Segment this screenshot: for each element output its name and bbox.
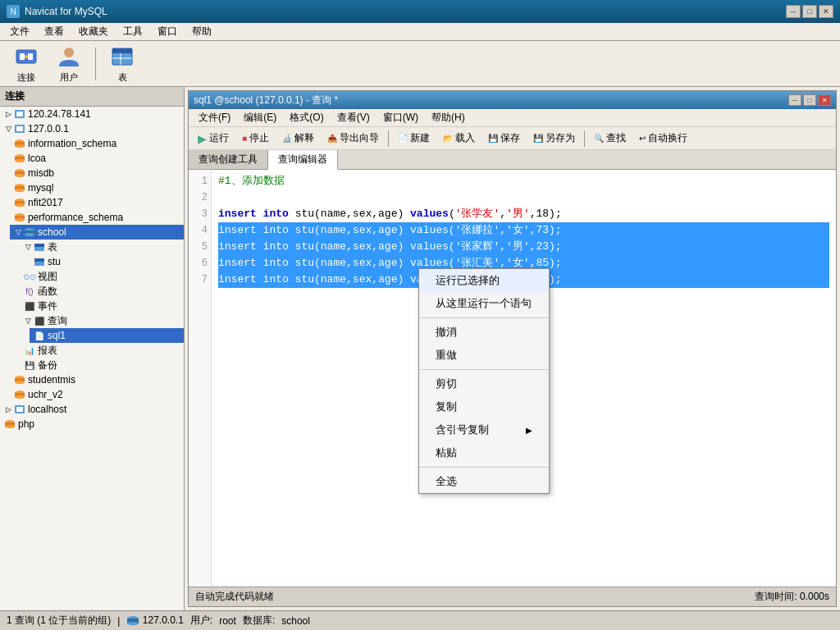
- ctx-run-selected[interactable]: 运行已选择的: [419, 269, 549, 292]
- sidebar-item-mysql[interactable]: mysql: [10, 180, 184, 195]
- sidebar-label: information_schema: [28, 138, 116, 149]
- sidebar-item-views[interactable]: ⊙⊙ 视图: [20, 269, 184, 284]
- sql-close-button[interactable]: ✕: [818, 94, 831, 106]
- ctx-run-statement[interactable]: 从这里运行一个语句: [419, 292, 549, 315]
- sidebar-item-120[interactable]: ▷ 120.24.78.141: [0, 107, 184, 121]
- code-line-1: #1、添加数据: [218, 173, 829, 189]
- menu-view[interactable]: 查看: [38, 23, 71, 40]
- sidebar-item-uchr[interactable]: uchr_v2: [10, 387, 184, 402]
- export-button[interactable]: 📤 导出向导: [322, 130, 385, 148]
- sidebar-item-functions[interactable]: f() 函数: [20, 284, 184, 299]
- sidebar-item-tables-group[interactable]: ▽ 表: [20, 240, 184, 254]
- svg-point-3: [25, 55, 28, 58]
- sidebar-label: 视图: [38, 270, 57, 284]
- find-button[interactable]: 🔍 查找: [588, 130, 632, 148]
- query-icon: 📄: [33, 329, 46, 342]
- ctx-cut[interactable]: 剪切: [419, 372, 549, 395]
- run-button[interactable]: ▶ 运行: [192, 130, 235, 148]
- ctx-copy[interactable]: 复制: [419, 395, 549, 418]
- sidebar-item-127[interactable]: ▽ 127.0.0.1: [0, 121, 184, 136]
- sql-window-title-bar: sql1 @school (127.0.0.1) - 查询 * ─ □ ✕: [189, 91, 836, 109]
- sql-menu-view[interactable]: 查看(V): [331, 109, 377, 126]
- sidebar-item-misdb[interactable]: misdb: [10, 166, 184, 180]
- ctx-copy-quoted[interactable]: 含引号复制 ▶: [419, 418, 549, 441]
- ctx-sep-3: [419, 467, 549, 468]
- table-button[interactable]: 表: [103, 44, 142, 84]
- sidebar-item-backups[interactable]: 💾 备份: [20, 358, 184, 372]
- svg-point-40: [15, 381, 25, 384]
- sidebar-item-nfit[interactable]: nfit2017: [10, 195, 184, 210]
- sidebar-item-localhost[interactable]: ▷ localhost: [0, 402, 184, 417]
- sidebar-label: performance_schema: [28, 212, 123, 223]
- sidebar-label: 事件: [38, 299, 57, 313]
- report-icon: 📊: [23, 344, 36, 357]
- connect-button[interactable]: 连接: [7, 44, 46, 84]
- explain-button[interactable]: 🔬 解释: [276, 130, 320, 148]
- svg-point-30: [15, 218, 25, 221]
- sidebar-label: 120.24.78.141: [28, 108, 91, 120]
- ctx-sep-1: [419, 317, 549, 318]
- expand-icon: ▽: [3, 122, 13, 135]
- sidebar-item-studentmis[interactable]: studentmis: [10, 372, 184, 387]
- new-icon: 📄: [398, 134, 408, 143]
- sidebar-item-reports[interactable]: 📊 报表: [20, 343, 184, 358]
- ctx-paste[interactable]: 粘贴: [419, 441, 549, 464]
- svg-point-43: [15, 395, 25, 399]
- sql-menu-edit[interactable]: 编辑(E): [237, 109, 283, 126]
- maximize-button[interactable]: □: [802, 5, 817, 18]
- saveas-button[interactable]: 💾 另存为: [527, 130, 581, 148]
- db-icon: [13, 181, 26, 194]
- sidebar-label: stu: [48, 256, 61, 267]
- ctx-sep-2: [419, 369, 549, 370]
- table-icon: [109, 43, 135, 70]
- tab-query-builder[interactable]: 查询创建工具: [189, 150, 268, 169]
- sql-window: sql1 @school (127.0.0.1) - 查询 * ─ □ ✕ 文件…: [188, 90, 837, 607]
- wrap-button[interactable]: ↩ 自动换行: [633, 130, 693, 148]
- user-value: root: [219, 615, 236, 627]
- sidebar-item-info-schema[interactable]: information_schema: [10, 136, 184, 151]
- line-num-5: 5: [189, 239, 208, 255]
- sql-maximize-button[interactable]: □: [803, 94, 816, 106]
- ctx-select-all[interactable]: 全选: [419, 470, 549, 493]
- main-layout: 连接 ▷ 120.24.78.141 ▽ 127.0.0.1 informati…: [0, 87, 840, 610]
- sidebar-item-stu[interactable]: stu: [30, 254, 184, 269]
- sidebar-item-queries-group[interactable]: ▽ ⬛ 查询: [20, 313, 184, 328]
- sql-menu-window[interactable]: 窗口(W): [377, 109, 425, 126]
- minimize-button[interactable]: ─: [786, 5, 801, 18]
- stop-button[interactable]: ■ 停止: [236, 130, 275, 148]
- ctx-undo[interactable]: 撤消: [419, 321, 549, 344]
- load-button[interactable]: 📂 载入: [437, 130, 481, 148]
- sidebar-label: lcoa: [28, 153, 46, 164]
- event-icon: ⬛: [23, 299, 36, 313]
- sql-toolbar: ▶ 运行 ■ 停止 🔬 解释 📤 导出向导 📄 新建: [189, 127, 836, 150]
- sql-menu-file[interactable]: 文件(F): [192, 109, 237, 126]
- sidebar-item-school[interactable]: ▽ school: [10, 225, 184, 240]
- menu-help[interactable]: 帮助: [185, 23, 218, 40]
- save-button[interactable]: 💾 保存: [482, 130, 526, 148]
- run-icon: ▶: [198, 132, 207, 145]
- sql-minimize-button[interactable]: ─: [788, 94, 801, 106]
- menu-window[interactable]: 窗口: [151, 23, 184, 40]
- line-num-2: 2: [189, 189, 208, 206]
- ctx-redo[interactable]: 重做: [419, 344, 549, 367]
- sql-toolbar-sep: [388, 130, 389, 147]
- sidebar-item-perf[interactable]: performance_schema: [10, 210, 184, 225]
- sidebar-item-php[interactable]: php: [0, 417, 184, 431]
- close-button[interactable]: ✕: [819, 5, 833, 18]
- svg-rect-6: [112, 48, 132, 53]
- tab-query-editor[interactable]: 查询编辑器: [268, 150, 338, 170]
- connect-label: 连接: [17, 71, 35, 84]
- user-button[interactable]: 用户: [49, 44, 89, 84]
- menu-file[interactable]: 文件: [3, 23, 36, 40]
- new-button[interactable]: 📄 新建: [392, 130, 436, 148]
- sidebar-item-sql1[interactable]: 📄 sql1: [30, 328, 184, 343]
- sql-menu-help[interactable]: 帮助(H): [425, 109, 472, 126]
- sidebar-item-lcoa[interactable]: lcoa: [10, 151, 184, 166]
- line-numbers: 1 2 3 4 5 6 7: [189, 170, 212, 587]
- sidebar-item-events[interactable]: ⬛ 事件: [20, 299, 184, 313]
- sql-menu-format[interactable]: 格式(O): [283, 109, 330, 126]
- menu-favorites[interactable]: 收藏夹: [72, 23, 115, 40]
- menu-tools[interactable]: 工具: [116, 23, 149, 40]
- svg-point-48: [5, 425, 15, 428]
- line-num-4: 4: [189, 222, 208, 239]
